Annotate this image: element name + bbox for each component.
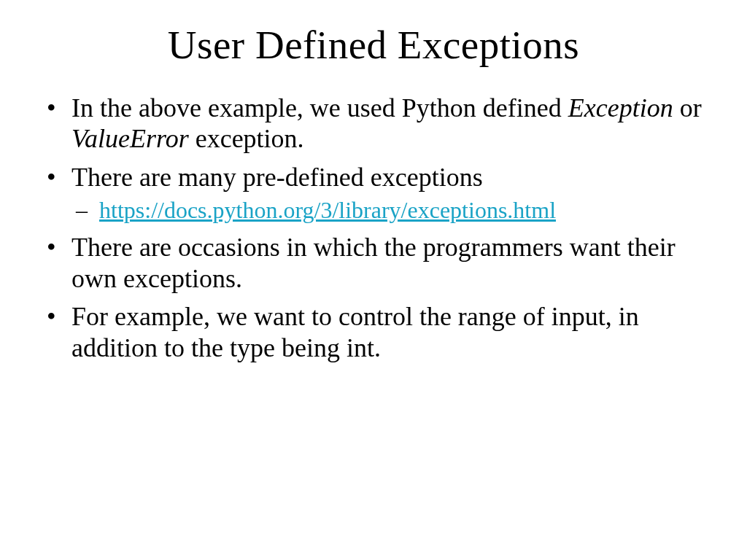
bullet-item-1: In the above example, we used Python def…	[41, 93, 706, 155]
sub-bullet-item-link: https://docs.python.org/3/library/except…	[71, 197, 706, 225]
slide-title: User Defined Exceptions	[41, 22, 706, 68]
bullet-1-text-mid: or	[673, 93, 702, 122]
sub-bullet-list: https://docs.python.org/3/library/except…	[71, 197, 706, 225]
bullet-4-text: For example, we want to control the rang…	[71, 302, 639, 362]
bullet-item-4: For example, we want to control the rang…	[41, 301, 706, 363]
bullet-1-text-post: exception.	[189, 124, 304, 153]
bullet-3-text: There are occasions in which the program…	[71, 233, 676, 292]
bullet-2-text: There are many pre-defined exceptions	[71, 163, 483, 192]
bullet-item-2: There are many pre-defined exceptions ht…	[41, 162, 706, 225]
bullet-item-3: There are occasions in which the program…	[41, 232, 706, 294]
docs-link[interactable]: https://docs.python.org/3/library/except…	[99, 197, 556, 223]
bullet-list: In the above example, we used Python def…	[41, 93, 706, 363]
bullet-1-em-exception: Exception	[568, 93, 673, 122]
slide: User Defined Exceptions In the above exa…	[0, 0, 747, 560]
bullet-1-em-valueerror: ValueError	[71, 124, 189, 153]
bullet-1-text-pre: In the above example, we used Python def…	[71, 93, 568, 122]
